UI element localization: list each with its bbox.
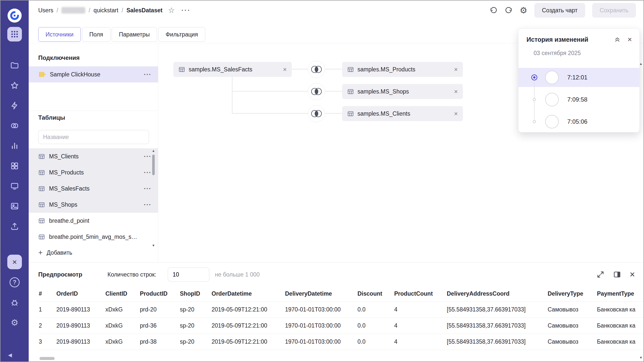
- scroll-down-icon[interactable]: ▼: [152, 244, 155, 247]
- join-icon-products[interactable]: [308, 61, 325, 78]
- tab-fields[interactable]: Поля: [82, 27, 110, 42]
- close-preview-icon[interactable]: ×: [630, 270, 635, 279]
- tab-sources[interactable]: Источники: [38, 27, 81, 42]
- remove-source-icon[interactable]: ×: [454, 66, 458, 73]
- breadcrumb-quickstart[interactable]: quickstart: [94, 7, 118, 14]
- column-header[interactable]: ProductCount: [394, 286, 447, 301]
- column-header[interactable]: DeliveryDatetime: [285, 286, 357, 301]
- cell: 2019-890113: [56, 334, 105, 350]
- history-entry[interactable]: 7:12:01: [518, 68, 639, 87]
- source-node-shops[interactable]: samples.MS_Shops ×: [342, 84, 463, 99]
- sidebar-close-button[interactable]: ×: [7, 255, 22, 269]
- table-menu-icon[interactable]: ···: [144, 185, 151, 192]
- favorites-star-icon[interactable]: [7, 77, 23, 94]
- source-node-clients[interactable]: samples.MS_Clients ×: [342, 106, 463, 121]
- sidebar-collapse-icon[interactable]: ◀: [8, 352, 12, 358]
- cell: prd-36: [140, 318, 180, 334]
- breadcrumb-users[interactable]: Users: [38, 7, 53, 14]
- cell: 4: [394, 318, 447, 334]
- remove-source-icon[interactable]: ×: [454, 88, 458, 95]
- header-actions: ⚙ Создать чарт Сохранить: [490, 3, 636, 18]
- row-count-input[interactable]: [168, 267, 209, 282]
- close-icon[interactable]: ×: [627, 35, 632, 44]
- tab-parameters[interactable]: Параметры: [112, 27, 157, 42]
- column-header[interactable]: ClientID: [105, 286, 140, 301]
- tables-scrollbar-thumb[interactable]: [152, 155, 155, 175]
- remove-source-icon[interactable]: ×: [283, 66, 287, 73]
- history-entry[interactable]: 7:05:06: [518, 112, 639, 131]
- tables-scrollbar[interactable]: ▲ ▼: [151, 149, 155, 247]
- datalens-dataset-editor: × ? ⚙ ◀ Users / / quickstart / SalesData…: [0, 0, 644, 362]
- column-header[interactable]: ShopID: [180, 286, 212, 301]
- join-icon-clients[interactable]: [308, 105, 325, 122]
- column-header[interactable]: OrderID: [56, 286, 105, 301]
- bug-report-icon[interactable]: [7, 294, 23, 310]
- help-icon[interactable]: ?: [7, 274, 23, 290]
- save-button[interactable]: Сохранить: [592, 3, 636, 18]
- table-menu-icon[interactable]: ···: [144, 169, 151, 176]
- tab-filtering[interactable]: Фильтрация: [158, 27, 205, 42]
- column-header[interactable]: PaymentType: [597, 286, 643, 301]
- tables-search-input[interactable]: [38, 130, 149, 144]
- preview-title: Предпросмотр: [38, 271, 82, 278]
- clickhouse-icon: [38, 71, 46, 78]
- breadcrumb-redacted-item[interactable]: [61, 7, 85, 14]
- dataset-tabs: Источники Поля Параметры Фильтрация: [38, 27, 205, 42]
- settings-gear-icon[interactable]: ⚙: [7, 314, 23, 331]
- preview-row: 1 2019-890113 xDxkG prd-20 sp-20 2019-05…: [39, 301, 643, 318]
- undo-icon[interactable]: [490, 6, 498, 14]
- create-chart-button[interactable]: Создать чарт: [534, 3, 585, 18]
- table-item-breathe-d-point[interactable]: breathe.d_point: [29, 213, 158, 229]
- join-icon-shops[interactable]: [308, 83, 325, 100]
- table-menu-icon[interactable]: ···: [144, 153, 151, 160]
- collapse-up-icon[interactable]: [614, 36, 621, 43]
- scroll-up-icon[interactable]: ▲: [152, 149, 155, 153]
- datasets-rings-icon[interactable]: [7, 118, 23, 134]
- source-node-salesfacts[interactable]: samples.MS_SalesFacts ×: [173, 62, 292, 77]
- column-header[interactable]: ProductID: [140, 286, 180, 301]
- column-header[interactable]: #: [39, 286, 56, 301]
- column-header[interactable]: Discount: [357, 286, 394, 301]
- dataset-settings-gear-icon[interactable]: ⚙: [520, 5, 527, 15]
- table-menu-icon[interactable]: ···: [144, 201, 151, 208]
- redo-icon[interactable]: [505, 6, 513, 14]
- timeline-dot-icon[interactable]: [533, 120, 536, 123]
- connection-item-sample-clickhouse[interactable]: Sample ClickHouse ···: [29, 66, 158, 82]
- remove-source-icon[interactable]: ×: [454, 110, 458, 117]
- more-actions-icon[interactable]: ···: [181, 7, 191, 14]
- column-header[interactable]: OrderDatetime: [212, 286, 285, 301]
- favorite-star-icon[interactable]: ☆: [168, 7, 175, 14]
- table-item-ms-clients[interactable]: MS_Clients ···: [29, 148, 158, 164]
- tables-title: Таблицы: [38, 114, 65, 121]
- cell: prd-20: [140, 301, 180, 318]
- cell: 0.0: [357, 301, 394, 318]
- presentations-monitor-icon[interactable]: [7, 178, 23, 194]
- connections-bolt-icon[interactable]: [7, 98, 23, 114]
- workbooks-folder-icon[interactable]: [7, 57, 23, 73]
- horizontal-scrollbar-thumb[interactable]: [39, 357, 55, 360]
- app-switcher-button[interactable]: [7, 27, 22, 41]
- table-item-ms-products[interactable]: MS_Products ···: [29, 164, 158, 180]
- history-entry[interactable]: 7:09:58: [518, 90, 639, 109]
- charts-bar-icon[interactable]: [7, 138, 23, 154]
- cell: 0.0: [357, 318, 394, 334]
- page-scroll-up-icon[interactable]: ▲: [639, 62, 642, 66]
- timeline-dot-icon[interactable]: [533, 98, 536, 101]
- table-item-breathe-point-5min[interactable]: breathe.point_5min_avg_mos_s…: [29, 229, 158, 245]
- split-view-icon[interactable]: [613, 270, 621, 279]
- panel-divider: [29, 111, 158, 111]
- connection-menu-icon[interactable]: ···: [144, 71, 151, 78]
- upload-icon[interactable]: [7, 218, 23, 234]
- dashboards-grid-icon[interactable]: [7, 158, 23, 174]
- table-item-ms-shops[interactable]: MS_Shops ···: [29, 197, 158, 213]
- source-node-products[interactable]: samples.MS_Products ×: [342, 62, 463, 77]
- table-item-ms-salesfacts[interactable]: MS_SalesFacts ···: [29, 180, 158, 197]
- column-header[interactable]: DeliveryAddressCoord: [447, 286, 548, 301]
- media-photo-icon[interactable]: [7, 198, 23, 214]
- radio-selected-icon[interactable]: [531, 74, 537, 80]
- column-header[interactable]: DeliveryType: [548, 286, 597, 301]
- add-table-button[interactable]: + Добавить: [38, 249, 72, 256]
- datalens-logo[interactable]: [8, 9, 22, 23]
- expand-preview-icon[interactable]: [596, 270, 605, 279]
- page-scroll-down-icon[interactable]: ▼: [639, 356, 642, 359]
